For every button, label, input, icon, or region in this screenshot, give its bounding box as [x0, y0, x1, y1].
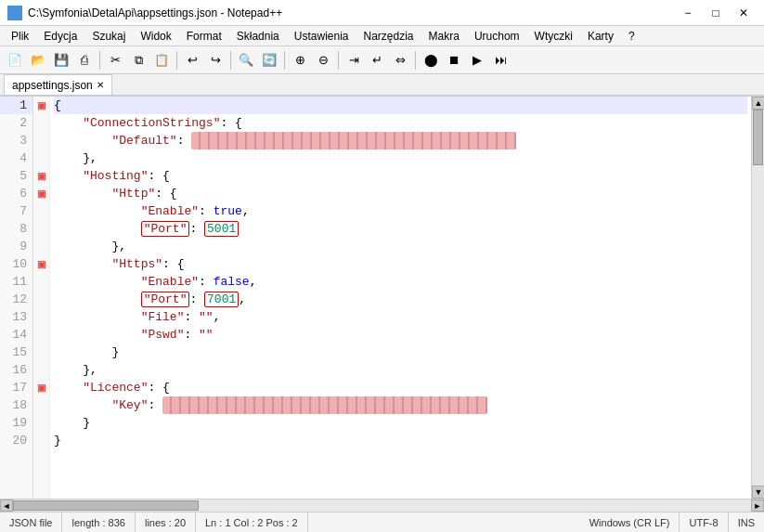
- code-line-13[interactable]: "File": "",: [54, 308, 747, 326]
- redo-button[interactable]: ↪: [204, 49, 227, 71]
- line-number-2: 2: [0, 114, 32, 132]
- fold-marker-19: [33, 414, 49, 432]
- fold-marker-4: [33, 149, 49, 167]
- indent-button[interactable]: ⇥: [343, 49, 365, 71]
- code-line-17[interactable]: "Licence": {: [54, 379, 747, 396]
- close-button[interactable]: ✕: [731, 4, 757, 22]
- hscroll-track[interactable]: [13, 500, 751, 512]
- window-controls[interactable]: − □ ✕: [675, 4, 757, 22]
- menu-item-?[interactable]: ?: [621, 26, 642, 45]
- menu-item-format[interactable]: Format: [179, 26, 229, 45]
- fold-marker-20: [33, 432, 49, 449]
- paste-button[interactable]: 📋: [150, 49, 173, 71]
- menu-item-szukaj[interactable]: Szukaj: [84, 26, 133, 45]
- code-line-20[interactable]: }: [54, 432, 747, 449]
- fold-marker-5[interactable]: ▣: [33, 167, 49, 185]
- menu-item-wtyczki[interactable]: Wtyczki: [527, 26, 580, 45]
- fold-marker-15: [33, 344, 49, 361]
- code-line-6[interactable]: "Http": {: [54, 185, 747, 202]
- scroll-thumb[interactable]: [753, 110, 763, 165]
- minimize-button[interactable]: −: [675, 4, 701, 22]
- maximize-button[interactable]: □: [703, 4, 729, 22]
- fold-marker-13: [33, 308, 49, 326]
- hscroll-thumb[interactable]: [13, 500, 199, 511]
- new-button[interactable]: 📄: [4, 49, 26, 71]
- editor-area: 1234567891011121314151617181920 ▣▣▣▣▣ { …: [0, 97, 764, 499]
- zoom-out-button[interactable]: ⊖: [312, 49, 334, 71]
- scroll-track[interactable]: [752, 110, 764, 486]
- macro-play-button[interactable]: ▶: [466, 49, 488, 71]
- find-button[interactable]: 🔍: [235, 49, 257, 71]
- code-line-5[interactable]: "Hosting": {: [54, 167, 747, 185]
- code-editor[interactable]: { "ConnectionStrings": { "Default": XXXX…: [50, 97, 751, 499]
- code-line-15[interactable]: }: [54, 344, 747, 361]
- code-line-16[interactable]: },: [54, 361, 747, 379]
- app-icon: [7, 6, 22, 20]
- menu-item-edycja[interactable]: Edycja: [36, 26, 84, 45]
- fold-marker-12: [33, 291, 49, 308]
- fold-marker-17[interactable]: ▣: [33, 379, 49, 396]
- fold-marker-10[interactable]: ▣: [33, 255, 49, 273]
- code-line-3[interactable]: "Default": XXXXXXXXXXXXXXXXXXXX: [54, 132, 747, 149]
- save-button[interactable]: 💾: [50, 49, 72, 71]
- code-line-4[interactable]: },: [54, 149, 747, 167]
- code-line-18[interactable]: "Key": XXXXXXXXXXXXXXXXXXXX: [54, 396, 747, 414]
- code-line-14[interactable]: "Pswd": "": [54, 326, 747, 344]
- menu-bar: PlikEdycjaSzukajWidokFormatSkładniaUstaw…: [0, 26, 764, 46]
- synscroll-button[interactable]: ⇔: [389, 49, 411, 71]
- line-number-19: 19: [0, 414, 32, 432]
- status-encoding: UTF-8: [680, 513, 728, 532]
- fold-marker-7: [33, 202, 49, 220]
- code-line-7[interactable]: "Enable": true,: [54, 202, 747, 220]
- line-number-3: 3: [0, 132, 32, 149]
- menu-item-plik[interactable]: Plik: [4, 26, 36, 45]
- menu-item-narzędzia[interactable]: Narzędzia: [356, 26, 421, 45]
- menu-item-uruchom[interactable]: Uruchom: [467, 26, 527, 45]
- code-line-2[interactable]: "ConnectionStrings": {: [54, 114, 747, 132]
- menu-item-karty[interactable]: Karty: [580, 26, 621, 45]
- print-button[interactable]: ⎙: [73, 49, 96, 71]
- tab-close-button[interactable]: ✕: [97, 80, 104, 90]
- open-button[interactable]: 📂: [27, 49, 49, 71]
- fold-marker-6[interactable]: ▣: [33, 185, 49, 202]
- scroll-up-button[interactable]: ▲: [752, 97, 764, 110]
- fold-marker-16: [33, 361, 49, 379]
- line-number-1: 1: [0, 97, 32, 114]
- replace-button[interactable]: 🔄: [258, 49, 280, 71]
- code-line-19[interactable]: }: [54, 414, 747, 432]
- menu-item-ustawienia[interactable]: Ustawienia: [287, 26, 356, 45]
- macro-run-button[interactable]: ⏭: [489, 49, 511, 71]
- cut-button[interactable]: ✂: [104, 49, 126, 71]
- toolbar-separator-6: [415, 51, 416, 70]
- file-tab[interactable]: appsettings.json ✕: [4, 74, 112, 95]
- fold-marker-9: [33, 238, 49, 255]
- menu-item-widok[interactable]: Widok: [133, 26, 178, 45]
- wordwrap-button[interactable]: ↵: [366, 49, 388, 71]
- vertical-scrollbar[interactable]: ▲ ▼: [751, 97, 764, 499]
- undo-button[interactable]: ↩: [181, 49, 203, 71]
- line-number-7: 7: [0, 202, 32, 220]
- zoom-in-button[interactable]: ⊕: [289, 49, 311, 71]
- title-bar-left: C:\Symfonia\DetalApi\appsettings.json - …: [7, 6, 282, 20]
- toolbar-separator-1: [99, 51, 100, 70]
- hscroll-left-button[interactable]: ◄: [0, 500, 13, 512]
- code-line-11[interactable]: "Enable": false,: [54, 273, 747, 291]
- menu-item-makra[interactable]: Makra: [421, 26, 467, 45]
- code-line-9[interactable]: },: [54, 238, 747, 255]
- fold-marker-1[interactable]: ▣: [33, 97, 49, 114]
- copy-button[interactable]: ⧉: [127, 49, 149, 71]
- macro-stop-button[interactable]: ⏹: [443, 49, 465, 71]
- code-line-12[interactable]: "Port": 7001,: [54, 291, 747, 308]
- fold-marker-11: [33, 273, 49, 291]
- line-number-13: 13: [0, 308, 32, 326]
- line-number-12: 12: [0, 291, 32, 308]
- hscroll-right-button[interactable]: ►: [751, 500, 764, 512]
- scroll-down-button[interactable]: ▼: [752, 486, 764, 499]
- code-line-1[interactable]: {: [54, 97, 747, 114]
- code-line-10[interactable]: "Https": {: [54, 255, 747, 273]
- menu-item-składnia[interactable]: Składnia: [229, 26, 287, 45]
- fold-column: ▣▣▣▣▣: [33, 97, 50, 499]
- macro-record-button[interactable]: ⬤: [420, 49, 442, 71]
- code-line-8[interactable]: "Port": 5001: [54, 220, 747, 238]
- horizontal-scrollbar[interactable]: ◄ ►: [0, 499, 764, 512]
